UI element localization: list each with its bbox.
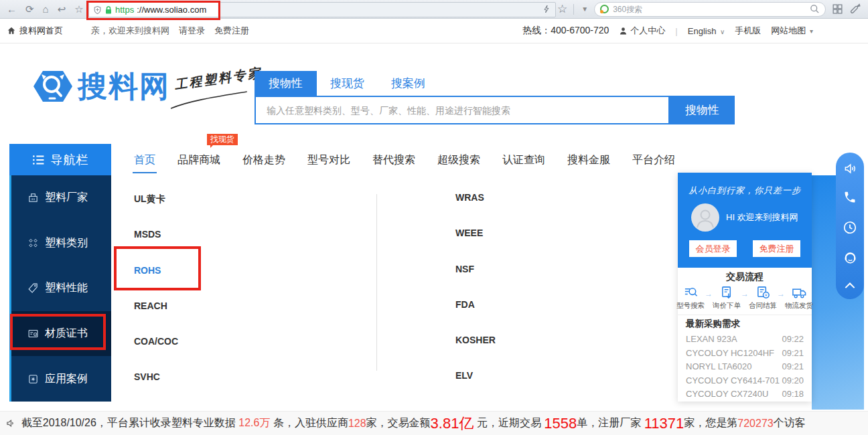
- language-select[interactable]: English ∨: [688, 26, 725, 36]
- language-label: English: [688, 26, 717, 36]
- dropdown-item-ul[interactable]: UL黄卡: [134, 192, 178, 228]
- nav-link-model-compare[interactable]: 型号对比: [307, 145, 350, 175]
- purchase-name: CYCOLOY CX7240U: [686, 387, 768, 402]
- dropdown-item-svhc[interactable]: SVHC: [134, 370, 178, 406]
- free-register-button[interactable]: 免费注册: [753, 240, 800, 257]
- dropdown-item-msds[interactable]: MSDS: [134, 228, 178, 263]
- nav-link-finance[interactable]: 搜料金服: [567, 145, 610, 175]
- sidebar-item-properties[interactable]: 塑料性能: [11, 266, 111, 311]
- nav-link-cert-query[interactable]: 认证查询: [502, 145, 545, 175]
- inquiry-order-icon: [719, 285, 735, 300]
- user-panel: 从小白到行家，你只差一步 HI 欢迎来到搜料网 会员登录 免费注册 交易流程: [678, 173, 812, 402]
- chevron-down-icon: ∨: [720, 28, 725, 35]
- browser-search-input[interactable]: [613, 5, 810, 14]
- flow-step-label: 物流发货: [785, 301, 813, 311]
- browser-toolbar: ← ⟳ ⌂ ↩ ☆ https://www.soliao.com ☆ ▼: [0, 0, 868, 19]
- refresh-icon[interactable]: ⟳: [25, 0, 34, 18]
- back-icon[interactable]: ←: [7, 0, 17, 18]
- user-promo-section: 从小白到行家，你只差一步 HI 欢迎来到搜料网 会员登录 免费注册: [678, 173, 812, 268]
- browser-nav-icons: ← ⟳ ⌂ ↩ ☆: [0, 0, 86, 18]
- factory-icon: [27, 192, 39, 203]
- purchase-row[interactable]: CYCOLOY CY6414-701 09:20: [686, 374, 804, 388]
- site-home-label: 搜料网首页: [19, 25, 63, 37]
- sidebar-item-manufacturers[interactable]: 塑料厂家: [11, 175, 111, 221]
- login-link[interactable]: 请登录: [179, 25, 205, 37]
- announcement-speaker-icon[interactable]: [843, 162, 857, 175]
- stat-visitor-number: 720273: [737, 418, 773, 430]
- dropdown-item-reach[interactable]: REACH: [134, 299, 178, 335]
- site-header: 搜料网 工程塑料专家 搜物性 搜现货 搜案例 搜物性: [0, 44, 868, 144]
- sitemap-link[interactable]: 网站地图 ▾: [771, 25, 813, 37]
- stats-ticker-bar: 截至2018/10/26，平台累计收录塑料专业数据 12.6万 条，入驻供应商1…: [0, 411, 868, 435]
- search-tab-stock[interactable]: 搜现货: [317, 71, 378, 96]
- purchase-row[interactable]: CYCOLOY HC1204HF 09:21: [686, 347, 804, 361]
- member-login-button[interactable]: 会员登录: [689, 240, 737, 257]
- sidebar-item-label: 塑料性能: [45, 281, 88, 295]
- flow-step-label: 合同结算: [749, 301, 777, 311]
- stats-text: 截至2018/10/26，平台累计收录塑料专业数据: [21, 416, 239, 430]
- purchase-name: LEXAN 923A: [686, 333, 737, 347]
- purchase-row[interactable]: LEXAN 923A 09:22: [686, 333, 804, 347]
- dropdown-item-weee[interactable]: WEEE: [455, 226, 496, 262]
- sidebar-item-categories[interactable]: 塑料类别: [11, 221, 111, 266]
- person-icon: [619, 27, 628, 35]
- trade-flow-title: 交易流程: [678, 268, 812, 283]
- site-logo[interactable]: 搜料网: [32, 66, 170, 107]
- category-sidebar: 塑料厂家 塑料类别 塑料性能 材质证书 应用案例: [9, 175, 111, 402]
- browser-search-box[interactable]: [594, 2, 826, 17]
- sidebar-header-navigation[interactable]: 导航栏: [9, 144, 111, 175]
- personal-center-link[interactable]: 个人中心: [619, 25, 665, 37]
- flow-step-shipping: 物流发货: [785, 285, 813, 311]
- model-search-icon: [683, 285, 699, 300]
- nav-link-super-search[interactable]: 超级搜索: [437, 145, 480, 175]
- sidebar-item-certificates[interactable]: 材质证书: [11, 311, 111, 357]
- dropdown-item-wras[interactable]: WRAS: [455, 191, 496, 226]
- dropdown-item-elv[interactable]: ELV: [455, 369, 496, 404]
- search-tab-properties[interactable]: 搜物性: [255, 71, 317, 96]
- undo-icon[interactable]: ↩: [58, 0, 66, 18]
- history-clock-icon[interactable]: [843, 220, 857, 235]
- search-magnifier-icon[interactable]: [810, 4, 820, 14]
- nav-link-price-trend[interactable]: 价格走势: [242, 145, 285, 175]
- home-icon[interactable]: ⌂: [43, 0, 49, 18]
- dropdown-item-coa-coc[interactable]: COA/COC: [134, 335, 178, 370]
- flow-step-search: 型号搜索: [676, 285, 705, 311]
- purchase-row[interactable]: NORYL LTA6020 09:21: [686, 360, 804, 374]
- flow-step-label: 询价下单: [713, 301, 741, 311]
- purchase-row[interactable]: CYCOLOY CX7240U 09:18: [686, 387, 804, 402]
- purchase-time: 09:20: [782, 374, 804, 388]
- phone-icon[interactable]: [843, 191, 857, 204]
- register-link[interactable]: 免费注册: [214, 25, 249, 37]
- dropdown-item-fda[interactable]: FDA: [455, 298, 496, 333]
- address-bar[interactable]: https://www.soliao.com: [88, 2, 556, 17]
- sidebar-item-label: 应用案例: [45, 372, 88, 386]
- dropdown-item-kosher[interactable]: KOSHER: [455, 333, 496, 369]
- apps-grid-icon[interactable]: [832, 3, 843, 15]
- mobile-version-link[interactable]: 手机版: [735, 25, 761, 37]
- site-home-link[interactable]: 搜料网首页: [7, 25, 63, 37]
- purchase-time: 09:21: [782, 360, 804, 374]
- back-to-top-icon[interactable]: [843, 280, 857, 290]
- purchase-name: NORYL LTA6020: [686, 360, 752, 374]
- customer-service-headset-icon[interactable]: [843, 250, 858, 265]
- nav-link-platform-intro[interactable]: 平台介绍: [632, 145, 675, 175]
- main-search-input[interactable]: [255, 96, 670, 124]
- logistics-truck-icon: [792, 285, 807, 300]
- dropdown-item-nsf[interactable]: NSF: [455, 262, 496, 298]
- site-topbar: 搜料网首页 亲，欢迎来到搜料网 请登录 免费注册 热线：400-6700-720…: [0, 19, 868, 44]
- dropdown-caret-icon[interactable]: ▼: [581, 5, 588, 13]
- main-search-button[interactable]: 搜物性: [670, 96, 735, 124]
- sidebar-item-applications[interactable]: 应用案例: [11, 356, 111, 402]
- favorites-star-icon[interactable]: ☆: [74, 0, 83, 18]
- tools-wrench-icon[interactable]: [849, 3, 861, 15]
- dropdown-item-rohs[interactable]: ROHS: [134, 264, 178, 299]
- stats-text: 元，近期交易: [474, 416, 544, 430]
- search-tab-cases[interactable]: 搜案例: [378, 71, 439, 96]
- nav-link-brand-mall[interactable]: 品牌商城 找现货: [177, 145, 220, 175]
- avatar: [691, 203, 719, 232]
- nav-link-home[interactable]: 首页: [134, 145, 155, 175]
- nav-link-substitute-search[interactable]: 替代搜索: [372, 145, 415, 175]
- lightning-icon[interactable]: [542, 3, 551, 15]
- sidebar-item-label: 材质证书: [45, 327, 88, 341]
- star-icon[interactable]: ☆: [557, 2, 567, 16]
